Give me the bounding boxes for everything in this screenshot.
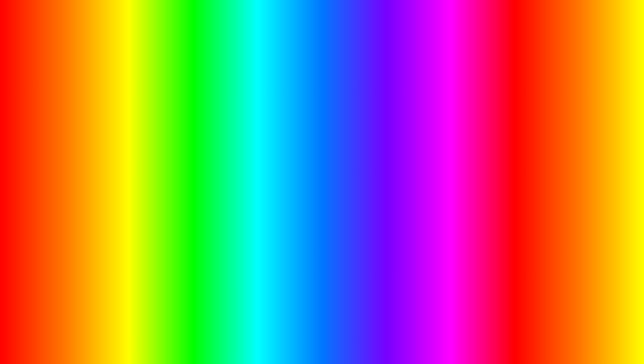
skull-icon: 💀	[99, 128, 106, 135]
left-panel-title: whopper battles	[61, 105, 91, 110]
title-letter-p: P	[203, 3, 245, 77]
main-title-area: SLAP BATTLES	[0, 7, 644, 73]
title-letter-t1: T	[366, 3, 405, 77]
mode-2-label: Mode	[109, 176, 218, 181]
feature-autofarm: ✔ AutoFarm ⋮	[97, 138, 227, 149]
left-sidebar-combat[interactable]: Combat	[59, 114, 92, 124]
main-container: SLAP BATTLES MOBILE ✔ ANDROID ✔ whopper …	[0, 0, 644, 364]
spamspace-dots[interactable]: ⋮	[425, 128, 431, 135]
circle-icon: ○	[99, 187, 106, 193]
death-godmode-label: Death Godmode	[109, 129, 218, 134]
left-panel-body: Combat Movement Abilities Gloves World C…	[57, 112, 230, 198]
left-sidebar-world[interactable]: World	[57, 155, 94, 165]
bottom-text-area: AUTO FARM SCRIPT PASTEBIN	[0, 304, 644, 354]
goldendelay-dots[interactable]: ⋮	[425, 151, 431, 159]
wave-icon: 〜	[306, 152, 313, 158]
target-icon-3: ◎	[306, 163, 313, 170]
left-panel-close-button[interactable]: ×	[224, 105, 226, 110]
title-letter-a: A	[156, 3, 203, 77]
velocity-dots[interactable]: ⋮	[218, 186, 224, 194]
velocity-label: Velocity	[109, 188, 218, 193]
slap-battles-title: SLAP BATTLES	[0, 7, 644, 73]
right-panel-body: Combat Movement Abilities Gloves World A…	[264, 112, 436, 198]
autofarm-dots[interactable]: ⋮	[218, 140, 224, 147]
left-ui-panel: whopper battles × Combat Movement Abilit…	[57, 102, 230, 199]
mode-1-label: Mode	[109, 153, 218, 158]
feature-velocity: ○ Velocity ⋮	[97, 184, 227, 196]
left-panel-content: Combat 💀 Death Godmode ⋮ ✔ AutoFarm ⋮ ≡ …	[94, 112, 230, 198]
right-sidebar-movement[interactable]: Movement	[264, 124, 301, 135]
check-green-icon-1: ✔	[99, 140, 106, 147]
title-letter-s: S	[74, 3, 117, 77]
right-panel-close-button[interactable]: ×	[430, 105, 433, 110]
antitimestop-dots[interactable]: ⋮	[425, 140, 431, 147]
mode-2-dots[interactable]: ⋮	[218, 175, 224, 182]
feature-death-godmode: 💀 Death Godmode ⋮	[97, 126, 227, 138]
target-icon-2: ◎	[306, 140, 313, 147]
feature-antitimestop: ◎ AntiTimeStop ⋮	[304, 138, 434, 149]
title-letter-b: B	[278, 3, 325, 77]
mode-1-dots[interactable]: ⋮	[218, 151, 224, 159]
autofarm-label: AutoFarm	[109, 141, 218, 146]
target-icon-1: ◎	[306, 128, 313, 135]
autoreverse-label: AutoReverse	[316, 176, 425, 181]
right-content-header: Abilities	[304, 115, 434, 124]
spamspace-label: SpamSpace	[316, 129, 425, 134]
left-content-header: Combat	[97, 115, 227, 124]
mode-icon-1: ≡	[99, 152, 106, 158]
auto-label: Au...	[109, 164, 218, 169]
target-icon-4: ◎	[306, 175, 313, 182]
right-sidebar-abilities[interactable]: Abilities	[266, 135, 299, 145]
left-panel-sidebar: Combat Movement Abilities Gloves World	[57, 112, 94, 198]
title-letter-s2: S	[527, 3, 569, 77]
auto-farm-text: AUTO FARM	[69, 305, 326, 353]
target-icon-5: ◎	[306, 187, 313, 193]
title-letter-l: L	[117, 3, 156, 77]
auto-dots[interactable]: ⋮	[218, 163, 224, 170]
feature-goldendelay: 〜 GoldenDelay ⋮	[304, 149, 434, 161]
feature-mode-1: ≡ Mode ⋮	[97, 149, 227, 161]
feature-auto: ✔ Au... ⋮	[97, 161, 227, 173]
goldengodmode-label: GoldenGodmode	[316, 164, 425, 169]
title-letter-e: E	[484, 3, 527, 77]
left-sidebar-abilities[interactable]: Abilities	[57, 135, 94, 145]
left-sidebar-movement[interactable]: Movement	[57, 124, 94, 135]
antirockkill-dots[interactable]: ⋮	[425, 186, 431, 194]
left-panel-titlebar: whopper battles ×	[57, 103, 230, 112]
right-sidebar-combat[interactable]: Combat	[264, 114, 301, 124]
right-panel-title: whopper battles	[268, 105, 298, 110]
antirockkill-label: AntiRockKill	[316, 188, 425, 193]
autoreverse-dots[interactable]: ⋮	[425, 175, 431, 182]
feature-autoreverse: ◎ AutoReverse ⋮	[304, 173, 434, 184]
mode-icon-2: ≡	[99, 175, 106, 182]
title-letter-l2: L	[445, 3, 484, 77]
death-godmode-dots[interactable]: ⋮	[218, 128, 224, 135]
title-letter-a2: A	[325, 3, 367, 77]
title-letter-t2: T	[406, 3, 445, 77]
feature-mode-2: ≡ Mode ⋮	[97, 173, 227, 184]
goldengodmode-dots[interactable]: ⋮	[425, 163, 431, 170]
right-sidebar-world[interactable]: World	[264, 155, 301, 166]
goldendelay-label: GoldenDelay	[316, 153, 425, 158]
feature-goldengodmode: ◎ GoldenGodmode ⋮	[304, 161, 434, 173]
check-green-icon-2: ✔	[99, 163, 106, 170]
right-sidebar-gloves[interactable]: Gloves	[264, 145, 301, 155]
script-pastebin-text: SCRIPT PASTEBIN	[337, 320, 575, 350]
right-panel-sidebar: Combat Movement Abilities Gloves World	[264, 112, 301, 198]
feature-antirockkill: ◎ AntiRockKill ⋮	[304, 184, 434, 196]
right-panel-titlebar: whopper battles ×	[264, 103, 436, 112]
left-sidebar-gloves[interactable]: Gloves	[57, 145, 94, 155]
right-ui-panel: whopper battles × Combat Movement Abilit…	[264, 102, 437, 199]
right-panel-content: Abilities ◎ SpamSpace ⋮ ◎ AntiTimeStop ⋮…	[301, 112, 436, 198]
antitimestop-label: AntiTimeStop	[316, 141, 425, 146]
feature-spamspace: ◎ SpamSpace ⋮	[304, 126, 434, 138]
